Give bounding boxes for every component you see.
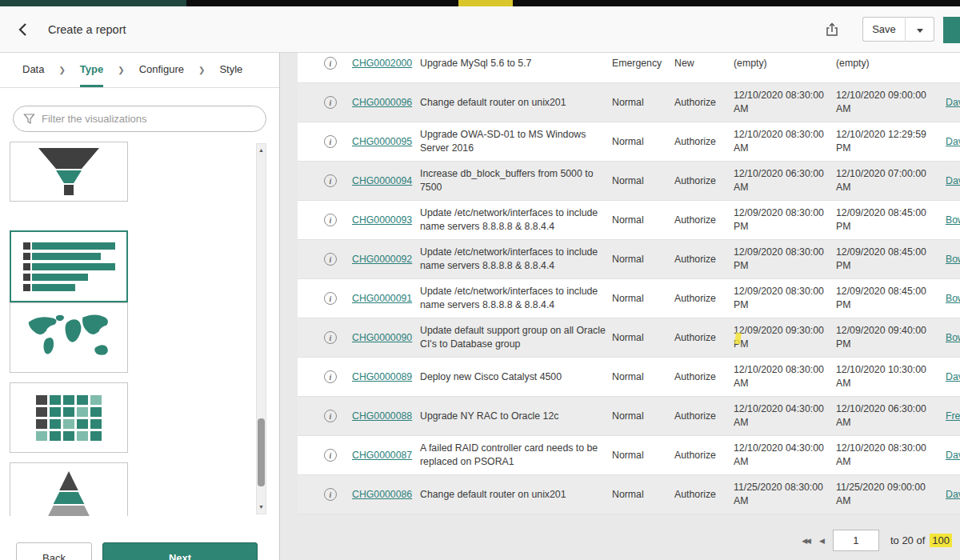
change-number-link[interactable]: CHG0000089	[347, 370, 420, 384]
save-dropdown-button[interactable]	[906, 17, 934, 42]
scroll-down-icon[interactable]: ▼	[257, 502, 266, 512]
planned-end-cell: 11/25/2020 09:00:00 AM	[836, 481, 938, 507]
next-button[interactable]: Next	[102, 542, 258, 560]
table-row[interactable]: i CHG0000095 Upgrade OWA-SD-01 to MS Win…	[298, 122, 960, 162]
planned-end-cell: 12/09/2020 09:40:00 PM	[836, 324, 938, 350]
change-number-link[interactable]: CHG0000095	[347, 135, 420, 149]
filter-visualizations-field[interactable]	[13, 106, 266, 132]
assigned-to-link[interactable]: Dav	[938, 135, 960, 149]
table-row[interactable]: i CHG0000096 Change default router on un…	[298, 83, 960, 122]
filter-input[interactable]	[42, 113, 256, 125]
wizard-steps: Data ❯ Type ❯ Configure ❯ Style	[0, 53, 279, 88]
table-row[interactable]: i CHG0000091 Update /etc/network/interfa…	[298, 279, 960, 318]
priority-cell: Normal	[612, 370, 674, 384]
assigned-to-link[interactable]: Bow	[938, 331, 960, 345]
page-title: Create a report	[48, 6, 126, 53]
visualization-scroll	[0, 142, 279, 516]
assigned-to-link[interactable]: Dav	[938, 96, 960, 110]
change-number-link[interactable]: CHG0000088	[347, 410, 420, 423]
back-button[interactable]	[13, 19, 35, 42]
priority-cell: Normal	[612, 410, 674, 423]
info-icon[interactable]: i	[324, 96, 337, 109]
assigned-to-link[interactable]: Bow	[938, 292, 960, 306]
change-number-link[interactable]: CHG0000091	[347, 292, 420, 306]
change-table-body: i CHG0002000 Upgrade MySql 5.6 to 5.7 Em…	[298, 53, 960, 514]
scroll-up-icon[interactable]: ▲	[257, 146, 266, 155]
state-cell: Authorize	[674, 370, 734, 384]
step-style[interactable]: Style	[219, 53, 242, 87]
info-icon[interactable]: i	[324, 488, 337, 501]
short-description-cell: A failed RAID controller card needs to b…	[420, 442, 612, 468]
table-row[interactable]: i CHG0002000 Upgrade MySql 5.6 to 5.7 Em…	[298, 53, 960, 83]
assigned-to-link[interactable]: Dav	[938, 370, 960, 384]
scrollbar-thumb[interactable]	[258, 418, 265, 486]
table-row[interactable]: i CHG0000088 Upgrade NY RAC to Oracle 12…	[298, 397, 960, 436]
funnel-chart-icon	[38, 148, 99, 195]
heatmap-icon	[36, 395, 102, 441]
bar-chart-icon	[23, 242, 115, 291]
planned-end-cell: 12/10/2020 06:30:00 AM	[836, 402, 938, 429]
short-description-cell: Deploy new Cisco Catalyst 4500	[420, 370, 612, 384]
change-number-link[interactable]: CHG0000086	[347, 488, 420, 502]
info-icon[interactable]: i	[324, 57, 337, 70]
info-icon[interactable]: i	[324, 135, 337, 148]
assigned-to-link[interactable]: Bow	[938, 253, 960, 266]
viz-card-funnel[interactable]	[10, 142, 128, 202]
table-row[interactable]: i CHG0000087 A failed RAID controller ca…	[298, 436, 960, 475]
table-row[interactable]: i CHG0000089 Deploy new Cisco Catalyst 4…	[298, 358, 960, 397]
planned-start-cell: 12/09/2020 08:30:00 PM	[734, 206, 836, 233]
top-strip-green-segment	[0, 0, 186, 6]
state-cell: Authorize	[674, 253, 734, 266]
change-number-link[interactable]: CHG0000090	[347, 331, 420, 345]
top-strip-yellow-segment	[458, 0, 513, 6]
viz-card-horizontal-bars[interactable]	[10, 230, 128, 302]
assigned-to-link[interactable]: Bow	[938, 214, 960, 227]
change-number-link[interactable]: CHG0000094	[347, 174, 420, 188]
caret-down-icon	[917, 29, 923, 33]
viz-card-world-map[interactable]	[10, 302, 128, 373]
change-number-link[interactable]: CHG0000093	[347, 214, 420, 227]
info-icon[interactable]: i	[324, 331, 337, 344]
change-number-link[interactable]: CHG0000092	[347, 253, 420, 266]
assigned-to-link[interactable]: Dav	[938, 488, 960, 502]
save-button[interactable]: Save	[862, 17, 906, 42]
info-icon[interactable]: i	[324, 410, 337, 422]
page-input[interactable]	[833, 530, 879, 551]
back-step-button[interactable]: Back	[16, 542, 92, 560]
report-type-panel: Data ❯ Type ❯ Configure ❯ Style	[0, 53, 280, 560]
planned-start-cell: 12/10/2020 06:30:00 AM	[734, 167, 836, 194]
first-page-icon[interactable]: ◀◀	[802, 537, 810, 545]
share-button[interactable]	[824, 22, 840, 38]
table-row[interactable]: i CHG0000093 Update /etc/network/interfa…	[298, 201, 960, 240]
assigned-to-link[interactable]: Dav	[938, 449, 960, 462]
planned-start-cell: 12/09/2020 08:30:00 PM	[734, 285, 836, 311]
info-icon[interactable]: i	[324, 370, 337, 383]
change-number-link[interactable]: CHG0000096	[347, 96, 420, 110]
table-row[interactable]: i CHG0000090 Update default support grou…	[298, 318, 960, 358]
assigned-to-link[interactable]: Fre	[938, 410, 960, 423]
table-row[interactable]: i CHG0000086 Change default router on un…	[298, 475, 960, 514]
planned-end-cell: 12/10/2020 09:00:00 AM	[836, 89, 938, 115]
prev-page-icon[interactable]: ◀	[819, 537, 823, 545]
panel-scrollbar[interactable]: ▲ ▼	[256, 143, 266, 514]
step-data[interactable]: Data	[22, 53, 44, 87]
change-number-link[interactable]: CHG0002000	[347, 57, 420, 70]
info-icon[interactable]: i	[324, 449, 337, 462]
table-row[interactable]: i CHG0000092 Update /etc/network/interfa…	[298, 240, 960, 279]
short-description-cell: Upgrade NY RAC to Oracle 12c	[420, 410, 612, 423]
change-number-link[interactable]: CHG0000087	[347, 449, 420, 462]
info-icon[interactable]: i	[324, 253, 337, 266]
step-type[interactable]: Type	[80, 53, 103, 87]
viz-card-pyramid[interactable]	[10, 462, 128, 516]
assigned-to-link[interactable]: Dav	[938, 174, 960, 188]
step-configure[interactable]: Configure	[139, 53, 184, 87]
priority-cell: Normal	[612, 96, 674, 110]
info-icon[interactable]: i	[324, 292, 337, 305]
info-icon[interactable]: i	[324, 174, 337, 187]
viz-card-heatmap[interactable]	[10, 382, 128, 453]
share-icon	[824, 22, 840, 38]
planned-end-cell: 12/10/2020 10:30:00 AM	[836, 363, 938, 390]
info-icon[interactable]: i	[324, 214, 337, 226]
table-row[interactable]: i CHG0000094 Increase db_block_buffers f…	[298, 162, 960, 201]
back-chevron-icon	[16, 22, 32, 38]
